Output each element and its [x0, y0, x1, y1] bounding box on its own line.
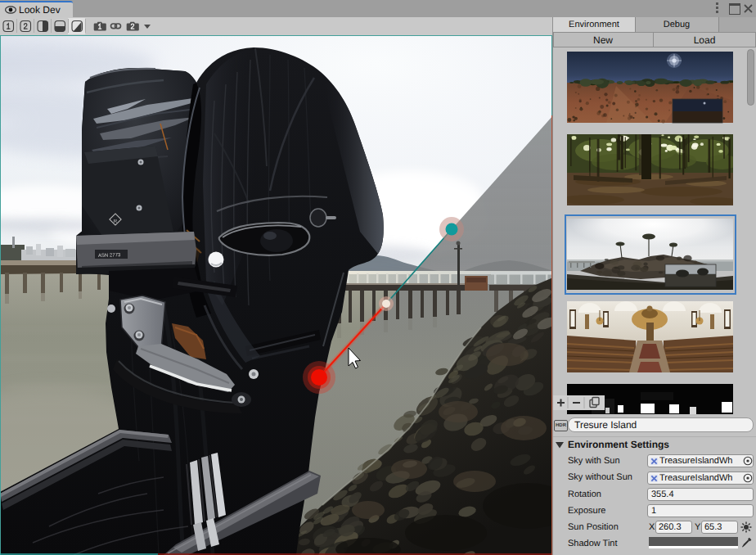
svg-text:R: R: [114, 219, 118, 224]
svg-text:ASN 2773: ASN 2773: [98, 252, 121, 259]
